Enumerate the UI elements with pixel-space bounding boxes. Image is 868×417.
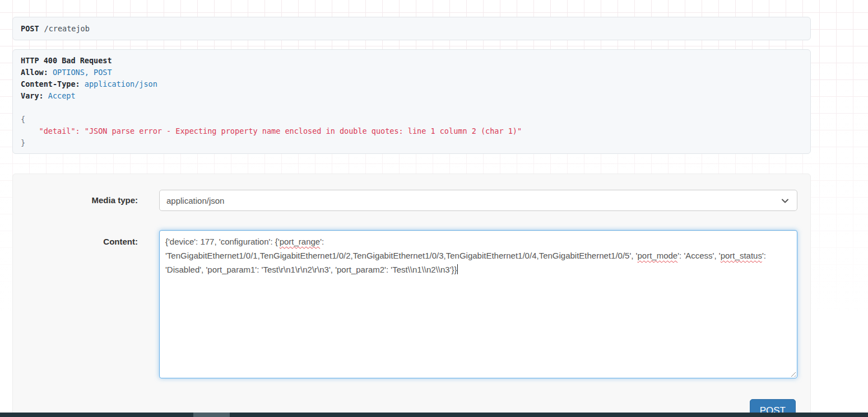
header-value: Accept: [48, 91, 76, 100]
media-type-select[interactable]: application/json: [159, 190, 797, 211]
text-cursor-caret: [457, 264, 458, 274]
media-type-label: Media type:: [13, 195, 138, 205]
horizontal-scrollbar-track[interactable]: [0, 413, 868, 417]
http-method-label: POST: [21, 24, 39, 33]
header-value: OPTIONS, POST: [53, 68, 112, 77]
request-endpoint-bar: POST /createjob: [12, 17, 811, 40]
content-text-segment: ': 'Access', ': [677, 251, 720, 260]
content-text-segment-misspelled: port_status: [721, 251, 762, 260]
json-open-brace: {: [21, 114, 802, 125]
response-header-vary: Vary: Accept: [21, 90, 802, 102]
endpoint-path-label: /createjob: [44, 24, 90, 33]
content-label: Content:: [13, 237, 138, 246]
content-text-segment-misspelled: port_range: [280, 237, 321, 246]
post-form-panel: Media type: application/json Content: {'…: [12, 174, 811, 417]
header-value: application/json: [85, 79, 157, 88]
response-box: HTTP 400 Bad Request Allow: OPTIONS, POS…: [12, 49, 811, 154]
header-name: Vary:: [21, 91, 44, 100]
chevron-down-icon: [781, 196, 790, 205]
header-name: Content-Type:: [21, 79, 80, 88]
horizontal-scrollbar-thumb[interactable]: [193, 413, 230, 417]
json-error-detail: "detail": "JSON parse error - Expecting …: [21, 125, 802, 137]
content-text-segment-misspelled: port_mode: [637, 251, 677, 260]
response-header-allow: Allow: OPTIONS, POST: [21, 67, 802, 78]
response-header-content-type: Content-Type: application/json: [21, 78, 802, 90]
response-status-line: HTTP 400 Bad Request: [21, 55, 802, 67]
blank-line: [21, 102, 802, 114]
textarea-resize-handle[interactable]: [789, 370, 796, 377]
content-text-segment: {'device': 177, 'configuration': {': [165, 237, 280, 246]
media-type-selected-value: application/json: [166, 196, 224, 205]
json-close-brace: }: [21, 137, 802, 149]
content-textarea[interactable]: {'device': 177, 'configuration': {'port_…: [159, 230, 797, 378]
header-name: Allow:: [21, 68, 48, 77]
